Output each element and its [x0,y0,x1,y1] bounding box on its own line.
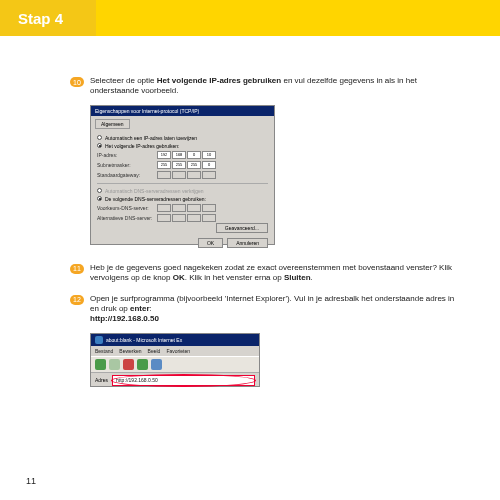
step-12-text: Open je surfprogramma (bijvoorbeeld 'Int… [90,294,460,325]
stop-icon[interactable] [123,359,134,370]
subnet-input[interactable]: 255 255 255 0 [157,161,216,169]
field-label: Standaardgateway: [97,172,157,178]
bold-text: OK [173,273,185,282]
dns1-input[interactable] [157,204,216,212]
text: : [150,304,152,313]
step-number-badge: 11 [70,264,84,274]
menu-view[interactable]: Beeld [148,348,161,354]
step-header: Stap 4 [0,0,500,36]
ie-title-text: about:blank - Microsoft Internet Ex [106,337,182,343]
address-input[interactable]: http://192.168.0.50 [112,375,255,386]
menu-file[interactable]: Bestand [95,348,113,354]
ip-seg[interactable] [172,171,186,179]
radio-auto-ip[interactable]: Automatisch een IP-adres laten toewijzen [97,135,268,141]
tcpip-dialog: Eigenschappen voor Internet-protocol (TC… [90,105,275,245]
radio-label: Automatisch DNS-serveradressen verkrijge… [105,188,204,194]
ip-seg[interactable]: 255 [157,161,171,169]
refresh-icon[interactable] [137,359,148,370]
address-label: Adres [95,377,108,383]
ip-address-row: IP-adres: 192 168 0 10 [97,151,268,159]
radio-icon [97,143,102,148]
radio-dns-auto[interactable]: Automatisch DNS-serveradressen verkrijge… [97,188,268,194]
text: . Klik in het venster erna op [185,273,284,282]
ip-seg[interactable] [157,204,171,212]
dialog-body: Automatisch een IP-adres laten toewijzen… [91,129,274,235]
radio-icon [97,135,102,140]
ip-seg[interactable] [202,171,216,179]
radio-dns-manual[interactable]: De volgende DNS-serveradressen gebruiken… [97,196,268,202]
menu-edit[interactable]: Bewerken [119,348,141,354]
field-label: Subnetmasker: [97,162,157,168]
step-10-text: Selecteer de optie Het volgende IP-adres… [90,76,460,97]
ie-logo-icon [95,336,103,344]
step-11: 11 Heb je de gegevens goed nagekeken zod… [70,263,460,284]
ip-seg[interactable]: 192 [157,151,171,159]
ip-input[interactable]: 192 168 0 10 [157,151,216,159]
separator [97,183,268,184]
ip-seg[interactable] [187,171,201,179]
radio-label: Automatisch een IP-adres laten toewijzen [105,135,197,141]
dialog-buttons: OK Annuleren [91,235,274,251]
url-text: http://192.168.0.50 [90,314,159,323]
ie-window: about:blank - Microsoft Internet Ex Best… [90,333,260,387]
ip-seg[interactable] [202,204,216,212]
ip-seg[interactable] [157,171,171,179]
step-11-text: Heb je de gegevens goed nagekeken zodat … [90,263,460,284]
advanced-button[interactable]: Geavanceerd... [216,223,268,233]
ie-menu-bar: Bestand Bewerken Beeld Favorieten [91,346,259,356]
step-12: 12 Open je surfprogramma (bijvoorbeeld '… [70,294,460,325]
page-number: 11 [26,476,36,486]
bold-text: Het volgende IP-adres gebruiken [157,76,281,85]
dialog-tab-general[interactable]: Algemeen [95,119,130,129]
cancel-button[interactable]: Annuleren [227,238,268,248]
radio-icon [97,196,102,201]
ip-seg[interactable] [202,214,216,222]
menu-favorites[interactable]: Favorieten [166,348,190,354]
back-icon[interactable] [95,359,106,370]
bold-text: enter [130,304,150,313]
ie-toolbar [91,356,259,373]
step-10: 10 Selecteer de optie Het volgende IP-ad… [70,76,460,97]
step-header-left: Stap 4 [0,0,96,36]
page-content: 10 Selecteer de optie Het volgende IP-ad… [0,36,500,387]
ip-seg[interactable]: 0 [187,151,201,159]
dialog-titlebar: Eigenschappen voor Internet-protocol (TC… [91,106,274,116]
gateway-input[interactable] [157,171,216,179]
ie-address-row: Adres http://192.168.0.50 [91,373,259,388]
ip-seg[interactable] [187,214,201,222]
radio-label: Het volgende IP-adres gebruiken: [105,143,180,149]
forward-icon[interactable] [109,359,120,370]
ip-seg[interactable] [187,204,201,212]
address-value: http://192.168.0.50 [116,377,158,383]
ip-seg[interactable]: 10 [202,151,216,159]
ip-seg[interactable]: 255 [172,161,186,169]
text: Selecteer de optie [90,76,157,85]
field-label: Voorkeurs-DNS-server: [97,205,157,211]
ip-seg[interactable]: 168 [172,151,186,159]
field-label: IP-adres: [97,152,157,158]
step-header-right [96,0,500,36]
subnet-row: Subnetmasker: 255 255 255 0 [97,161,268,169]
step-title: Stap 4 [18,10,63,27]
gateway-row: Standaardgateway: [97,171,268,179]
dns1-row: Voorkeurs-DNS-server: [97,204,268,212]
step-number-badge: 12 [70,295,84,305]
ip-seg[interactable] [157,214,171,222]
bold-text: Sluiten [284,273,311,282]
radio-icon [97,188,102,193]
ip-seg[interactable]: 0 [202,161,216,169]
field-label: Alternatieve DNS-server: [97,215,157,221]
ok-button[interactable]: OK [198,238,223,248]
dns2-row: Alternatieve DNS-server: [97,214,268,222]
ip-seg[interactable] [172,214,186,222]
radio-label: De volgende DNS-serveradressen gebruiken… [105,196,206,202]
radio-manual-ip[interactable]: Het volgende IP-adres gebruiken: [97,143,268,149]
ip-seg[interactable] [172,204,186,212]
dns2-input[interactable] [157,214,216,222]
step-number-badge: 10 [70,77,84,87]
text: . [311,273,313,282]
ie-titlebar: about:blank - Microsoft Internet Ex [91,334,259,346]
home-icon[interactable] [151,359,162,370]
ip-seg[interactable]: 255 [187,161,201,169]
